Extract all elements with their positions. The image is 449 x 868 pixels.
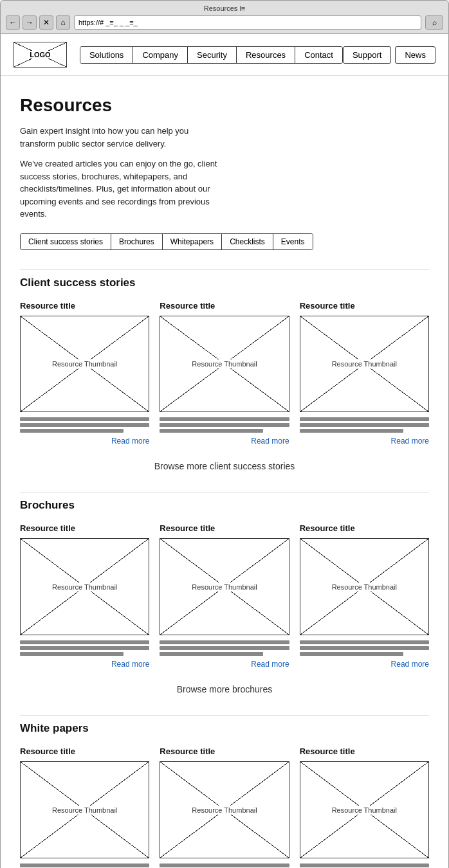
resource-title: Resource title [300, 746, 429, 756]
nav-right: Support News [343, 46, 435, 64]
list-item: Resource title Resource Thumbnail Read m… [300, 746, 429, 868]
section-client-success-stories: Client success stories Resource title Re… [20, 269, 429, 477]
resource-thumbnail: Resource Thumbnail [20, 316, 149, 413]
filter-tab-brochures[interactable]: Brochures [111, 234, 163, 249]
browser-title: Resources l≡ [6, 5, 443, 12]
hero-desc-2: We've created articles you can enjoy on … [20, 158, 219, 221]
nav-item-contact[interactable]: Contact [295, 47, 342, 63]
resource-title: Resource title [160, 523, 289, 533]
desc-line [160, 646, 289, 650]
resource-thumbnail: Resource Thumbnail [300, 761, 429, 858]
logo-text: LOGO [28, 51, 51, 59]
resource-desc [20, 640, 149, 656]
desc-line [160, 429, 263, 433]
resource-title: Resource title [160, 301, 289, 311]
desc-line [160, 417, 289, 421]
resource-desc [160, 640, 289, 656]
resource-desc [300, 417, 429, 433]
client-success-grid: Resource title Resource Thumbnail Read m… [20, 301, 429, 446]
resource-thumbnail: Resource Thumbnail [160, 761, 289, 858]
browser-toolbar: ← → ✕ ⌂ ⌕ [6, 15, 443, 30]
thumbnail-label: Resource Thumbnail [189, 583, 259, 592]
read-more-link[interactable]: Read more [160, 437, 289, 446]
read-more-link[interactable]: Read more [160, 660, 289, 669]
thumbnail-label: Resource Thumbnail [50, 583, 120, 592]
desc-line [300, 417, 429, 421]
support-button[interactable]: Support [343, 46, 392, 64]
nav-item-resources[interactable]: Resources [237, 47, 295, 63]
logo[interactable]: LOGO [14, 42, 67, 68]
address-bar[interactable] [74, 15, 421, 30]
browse-more-brochures: Browse more brochures [20, 679, 429, 700]
read-more-link[interactable]: Read more [300, 437, 429, 446]
list-item: Resource title Resource Thumbnail Read m… [160, 301, 289, 446]
nav-main: Solutions Company Security Resources Con… [80, 46, 343, 64]
desc-line [20, 429, 124, 433]
list-item: Resource title Resource Thumbnail Read m… [20, 301, 149, 446]
page-title: Resources [20, 95, 429, 116]
filter-tab-client-success[interactable]: Client success stories [21, 234, 111, 249]
news-button[interactable]: News [395, 46, 435, 64]
resource-title: Resource title [20, 523, 149, 533]
read-more-link[interactable]: Read more [20, 660, 149, 669]
filter-tab-checklists[interactable]: Checklists [222, 234, 273, 249]
section-title-white-papers: White papers [20, 715, 429, 735]
resource-thumbnail: Resource Thumbnail [20, 538, 149, 635]
read-more-link[interactable]: Read more [300, 660, 429, 669]
nav-item-company[interactable]: Company [133, 47, 188, 63]
home-button[interactable]: ⌂ [56, 15, 70, 30]
nav-item-solutions[interactable]: Solutions [80, 47, 133, 63]
list-item: Resource title Resource Thumbnail Read m… [300, 301, 429, 446]
brochures-grid: Resource title Resource Thumbnail Read m… [20, 523, 429, 669]
forward-button[interactable]: → [23, 15, 37, 30]
resource-title: Resource title [20, 301, 149, 311]
list-item: Resource title Resource Thumbnail Read m… [300, 523, 429, 669]
desc-line [300, 640, 429, 644]
back-button[interactable]: ← [6, 15, 20, 30]
thumbnail-label: Resource Thumbnail [329, 806, 399, 815]
resource-title: Resource title [300, 301, 429, 311]
resource-thumbnail: Resource Thumbnail [20, 761, 149, 858]
thumbnail-label: Resource Thumbnail [50, 806, 120, 815]
list-item: Resource title Resource Thumbnail Read m… [20, 523, 149, 669]
resource-thumbnail: Resource Thumbnail [160, 316, 289, 413]
resource-desc [300, 863, 429, 868]
desc-line [300, 863, 429, 867]
list-item: Resource title Resource Thumbnail Read m… [160, 746, 289, 868]
browser-nav-buttons: ← → ✕ ⌂ [6, 15, 70, 30]
resource-desc [20, 417, 149, 433]
nav-item-security[interactable]: Security [188, 47, 237, 63]
resource-thumbnail: Resource Thumbnail [300, 316, 429, 413]
close-button[interactable]: ✕ [39, 15, 53, 30]
hero-desc-1: Gain expert insight into how you can hel… [20, 125, 219, 150]
resource-thumbnail: Resource Thumbnail [300, 538, 429, 635]
search-button[interactable]: ⌕ [425, 15, 443, 30]
resource-thumbnail: Resource Thumbnail [160, 538, 289, 635]
desc-line [160, 863, 289, 867]
white-papers-grid: Resource title Resource Thumbnail Read m… [20, 746, 429, 868]
browse-more-client-success-link[interactable]: Browse more client success stories [154, 461, 295, 471]
browser-chrome: Resources l≡ ← → ✕ ⌂ ⌕ [0, 0, 449, 34]
browse-more-client-success: Browse more client success stories [20, 456, 429, 476]
resource-title: Resource title [20, 746, 149, 756]
filter-tabs: Client success stories Brochures Whitepa… [20, 233, 429, 250]
resource-title: Resource title [300, 523, 429, 533]
list-item: Resource title Resource Thumbnail Read m… [160, 523, 289, 669]
section-brochures: Brochures Resource title Resource Thumbn… [20, 492, 429, 700]
section-title-brochures: Brochures [20, 492, 429, 512]
filter-tab-whitepapers[interactable]: Whitepapers [163, 234, 222, 249]
desc-line [20, 646, 149, 650]
page-content: LOGO Solutions Company Security Resource… [0, 34, 449, 868]
browse-more-brochures-link[interactable]: Browse more brochures [177, 684, 273, 694]
desc-line [160, 423, 289, 427]
read-more-link[interactable]: Read more [20, 437, 149, 446]
filter-tab-events[interactable]: Events [273, 234, 313, 249]
desc-line [300, 646, 429, 650]
desc-line [160, 652, 263, 656]
desc-line [300, 429, 403, 433]
desc-line [160, 640, 289, 644]
filter-tabs-inner: Client success stories Brochures Whitepa… [20, 233, 313, 250]
navigation: LOGO Solutions Company Security Resource… [1, 34, 448, 76]
resource-desc [160, 863, 289, 868]
nav-main-inner: Solutions Company Security Resources Con… [80, 46, 343, 64]
